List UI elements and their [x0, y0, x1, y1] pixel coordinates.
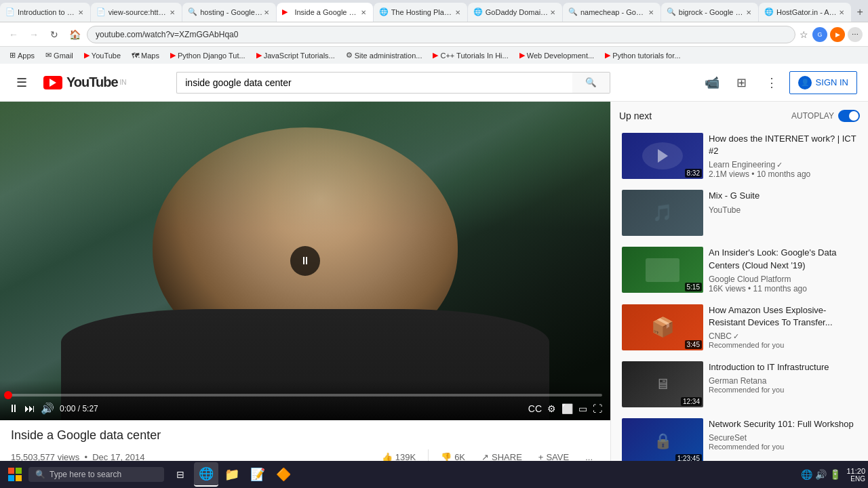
bookmark-site-admin[interactable]: ⚙ Site administration... [342, 49, 427, 61]
video-player[interactable]: ⏸ ⏸ ⏭ 🔊 0:00 / [0, 102, 610, 420]
video-card-4[interactable]: 📦 3:45 How Amazon Uses Explosive-Resista… [619, 302, 860, 353]
taskbar-vscode[interactable]: 📝 [245, 462, 270, 487]
video-card-5[interactable]: 🖥 12:34 Introduction to IT Infrastructur… [619, 359, 860, 410]
video-camera-button[interactable]: 📹 [700, 70, 724, 95]
video-card-2[interactable]: 🎵 Mix - G Suite YouTube [619, 187, 860, 239]
tab-namecheap[interactable]: 🔍 namecheap - Google S... ✕ [563, 3, 660, 22]
search-input[interactable] [176, 72, 572, 94]
search-button[interactable]: 🔍 [572, 72, 610, 94]
admin-label: Site administration... [355, 52, 422, 60]
hamburger-menu-button[interactable]: ☰ [11, 70, 33, 96]
tab-title-6: GoDaddy Domain Nar... [486, 8, 549, 16]
tab-html[interactable]: 📄 Introduction to HTML - ✕ [0, 3, 90, 22]
tab-source[interactable]: 📄 view-source:https://w... ✕ [91, 3, 182, 22]
card-stats-1: 2.1M views • 10 months ago [709, 169, 857, 179]
progress-dot [4, 391, 12, 399]
up-next-label: Up next [619, 110, 652, 121]
tab-hosting-platform[interactable]: 🌐 The Hosting Platform ... ✕ [374, 3, 467, 22]
tab-title-8: bigrock - Google Searc... [679, 8, 745, 16]
bookmark-python[interactable]: ▶ Python tutorials for... [601, 49, 684, 61]
start-button[interactable] [3, 462, 27, 487]
volume-button[interactable]: 🔊 [41, 402, 54, 415]
more-options-button[interactable]: ⋮ [760, 70, 784, 95]
theatre-button[interactable]: ▭ [578, 403, 587, 414]
forward-button[interactable]: → [26, 26, 42, 43]
tab-close-4[interactable]: ✕ [359, 7, 368, 18]
tab-close-3[interactable]: ✕ [262, 7, 271, 18]
bookmark-cpp[interactable]: ▶ C++ Tutorials In Hi... [429, 49, 512, 61]
video-card-6[interactable]: 🔒 1:23:45 Network Security 101: Full Wor… [619, 415, 860, 467]
tab-close-8[interactable]: ✕ [745, 7, 753, 18]
sign-in-button[interactable]: 👤 SIGN IN [789, 71, 857, 94]
taskbar-file-explorer[interactable]: 📁 [220, 462, 244, 487]
tab-close-9[interactable]: ✕ [837, 7, 846, 18]
tab-hostgator[interactable]: 🌐 HostGator.in - Avail B... ✕ [759, 3, 851, 22]
next-button[interactable]: ⏭ [24, 403, 35, 415]
sign-in-label: SIGN IN [816, 77, 848, 87]
settings-button[interactable]: ⚙ [547, 403, 556, 414]
bookmark-python-django[interactable]: ▶ Python Django Tut... [166, 49, 250, 61]
yt-bm6-icon: ▶ [605, 51, 610, 60]
bookmark-youtube[interactable]: ▶ YouTube [80, 49, 125, 61]
tab-youtube-video[interactable]: ▶ Inside a Google data c... ✕ [277, 3, 372, 22]
bookmark-webdev[interactable]: ▶ Web Development... [515, 49, 598, 61]
card-thumbnail-2: 🎵 [622, 190, 703, 236]
taskbar-search[interactable]: 🔍 Type here to search [28, 467, 164, 482]
new-tab-button[interactable]: + [852, 3, 868, 22]
tab-close-2[interactable]: ✕ [168, 7, 176, 18]
tab-close-6[interactable]: ✕ [549, 7, 557, 18]
card-stats-3: 16K views • 11 months ago [709, 284, 857, 293]
bookmarks-bar: ⊞ Apps ✉ Gmail ▶ YouTube 🗺 Maps ▶ Python… [0, 46, 868, 64]
tab-hosting-search[interactable]: 🔍 hosting - Google Sear... ✕ [182, 3, 276, 22]
battery-icon[interactable]: 🔋 [829, 469, 841, 480]
bookmark-star-icon[interactable]: ☆ [800, 29, 808, 40]
bookmark-maps[interactable]: 🗺 Maps [127, 50, 163, 61]
address-input[interactable] [87, 26, 795, 43]
bookmark-apps[interactable]: ⊞ Apps [5, 49, 39, 61]
controls-row: ⏸ ⏭ 🔊 0:00 / 5:27 CC ⚙ ⬜ ▭ [8, 402, 602, 415]
search-icon: 🔍 [585, 77, 597, 87]
volume-icon[interactable]: 🔊 [815, 469, 827, 480]
home-button[interactable]: 🏠 [66, 26, 83, 43]
grid-apps-button[interactable]: ⊞ [730, 70, 754, 95]
taskbar-clock[interactable]: 11:20 ENG [846, 467, 865, 483]
fullscreen-button[interactable]: ⛶ [593, 403, 602, 414]
subtitles-button[interactable]: CC [528, 403, 542, 414]
card-info-6: Network Security 101: Full Workshop Secu… [709, 418, 857, 464]
card-recommended-5: Recommended for you [709, 386, 857, 394]
play-pause-control[interactable]: ⏸ [8, 403, 19, 415]
autoplay-dot [849, 111, 859, 121]
taskbar-right: 🌐 🔊 🔋 11:20 ENG [801, 467, 865, 483]
verified-badge-4: ✓ [733, 332, 739, 341]
tab-title-9: HostGator.in - Avail B... [776, 8, 837, 16]
card-info-2: Mix - G Suite YouTube [709, 190, 857, 236]
taskbar-task-view[interactable]: ⊟ [168, 462, 193, 487]
taskbar-app-extra[interactable]: 🔶 [271, 462, 296, 487]
video-controls: ⏸ ⏭ 🔊 0:00 / 5:27 CC ⚙ ⬜ ▭ [0, 380, 610, 420]
taskbar-chrome[interactable]: 🌐 [194, 462, 218, 487]
video-section: ⏸ ⏸ ⏭ 🔊 0:00 / [0, 102, 610, 488]
tab-bigrock[interactable]: 🔍 bigrock - Google Searc... ✕ [661, 3, 758, 22]
ext-icon-1[interactable]: G [812, 27, 827, 42]
tab-close-1[interactable]: ✕ [77, 7, 85, 18]
ext-icon-2[interactable]: ▶ [830, 27, 845, 42]
video-card-1[interactable]: 8:32 How does the INTERNET work? | ICT #… [619, 130, 860, 182]
tab-close-5[interactable]: ✕ [454, 7, 462, 18]
youtube-logo[interactable]: YouTube IN [43, 75, 127, 90]
browser-chrome: 📄 Introduction to HTML - ✕ 📄 view-source… [0, 0, 868, 64]
bookmark-js[interactable]: ▶ JavaScript Tutorials... [252, 49, 339, 61]
video-card-3[interactable]: 5:15 An Insider's Look: Google's Data Ce… [619, 244, 860, 296]
miniplayer-button[interactable]: ⬜ [561, 403, 573, 414]
card-thumbnail-6: 🔒 1:23:45 [622, 418, 703, 464]
tab-godaddy[interactable]: 🌐 GoDaddy Domain Nar... ✕ [468, 3, 562, 22]
tab-close-7[interactable]: ✕ [647, 7, 655, 18]
ext-icon-3[interactable]: ⋯ [848, 27, 863, 42]
progress-bar[interactable] [8, 394, 602, 396]
pause-button[interactable]: ⏸ [290, 246, 320, 276]
back-button[interactable]: ← [5, 26, 22, 43]
yt-bm2-label: Python Django Tut... [178, 52, 245, 60]
autoplay-toggle[interactable] [838, 110, 860, 122]
network-icon[interactable]: 🌐 [801, 469, 812, 480]
bookmark-gmail[interactable]: ✉ Gmail [41, 49, 77, 61]
reload-button[interactable]: ↻ [46, 26, 62, 43]
